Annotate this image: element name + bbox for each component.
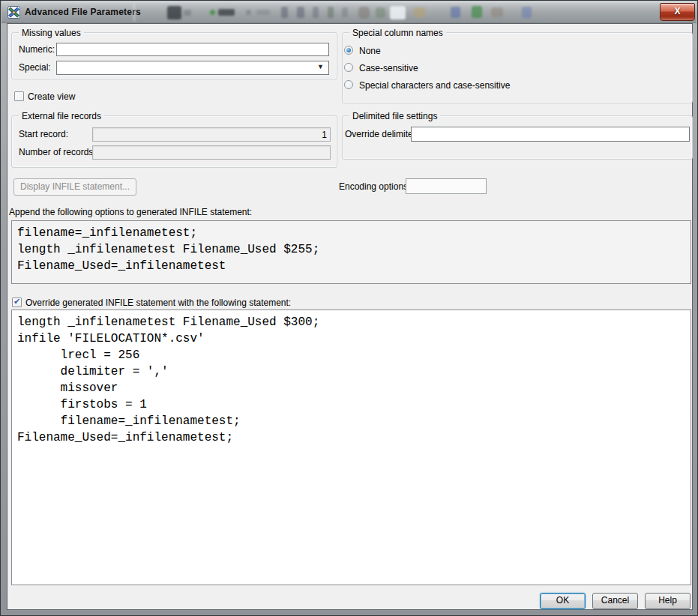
override-statement-code[interactable]: length _infilenametest Filename_Used $30… <box>11 309 691 585</box>
group-external-file-records: External file records <box>11 115 337 168</box>
close-icon: X <box>674 6 680 16</box>
start-record-label: Start record: <box>19 129 68 139</box>
blurred-toolbar-icon <box>376 7 385 18</box>
ok-button-label: OK <box>556 595 569 606</box>
create-view-checkbox[interactable] <box>14 91 24 101</box>
dialog-window: Advanced File Parameters X Missing value… <box>0 0 698 616</box>
radio-case-sensitive-label[interactable]: Case-sensitive <box>359 63 418 73</box>
group-delimited-file-settings-label: Delimited file settings <box>349 111 440 121</box>
chevron-down-icon[interactable]: ▼ <box>317 63 324 70</box>
window-title: Advanced File Parameters <box>25 7 141 17</box>
display-infile-statement-button[interactable]: Display INFILE statement... <box>13 178 136 196</box>
numeric-label: Numeric: <box>19 44 55 55</box>
radio-case-sensitive[interactable] <box>344 63 353 72</box>
append-options-label: Append the following options to generate… <box>9 207 252 217</box>
ok-button[interactable]: OK <box>540 593 586 609</box>
blurred-toolbar-icon <box>184 10 191 16</box>
blurred-toolbar-icon <box>342 7 348 17</box>
override-statement-checkbox[interactable] <box>12 298 22 307</box>
override-delimiter-input[interactable] <box>411 127 690 142</box>
blurred-toolbar-icon <box>246 10 251 15</box>
display-infile-statement-label: Display INFILE statement... <box>20 181 130 192</box>
number-of-records-input[interactable] <box>92 145 331 160</box>
help-button-label: Help <box>658 595 677 606</box>
radio-special-characters[interactable] <box>344 80 353 89</box>
number-of-records-label: Number of records: <box>19 147 96 157</box>
blurred-toolbar-icon <box>414 7 425 17</box>
group-external-file-records-label: External file records <box>19 111 104 121</box>
special-label: Special: <box>19 62 51 73</box>
blurred-toolbar-icon <box>451 7 460 18</box>
blurred-toolbar-icon <box>522 7 532 18</box>
help-button[interactable]: Help <box>645 593 691 609</box>
blurred-toolbar-icon <box>472 6 482 18</box>
blurred-toolbar-icon <box>256 10 270 15</box>
encoding-options-label: Encoding options: <box>339 181 410 192</box>
dialog-content: Missing values Numeric: Special: ▼ Creat… <box>7 23 693 610</box>
radio-special-characters-label[interactable]: Special characters and case-sensitive <box>359 80 510 91</box>
blurred-toolbar-icon <box>328 7 334 18</box>
blurred-toolbar-icon <box>491 7 503 17</box>
blurred-toolbar-icon <box>297 7 304 18</box>
blurred-toolbar-icon <box>358 7 370 19</box>
titlebar[interactable]: Advanced File Parameters X <box>1 1 697 23</box>
cancel-button[interactable]: Cancel <box>592 593 638 609</box>
blurred-toolbar-icon <box>218 9 235 16</box>
override-delimiter-label: Override delimiter: <box>345 129 418 139</box>
override-statement-label: Override generated INFILE statement with… <box>25 298 291 308</box>
blurred-toolbar-icon <box>133 4 135 22</box>
blurred-toolbar-icon <box>313 7 319 18</box>
numeric-input[interactable] <box>56 43 329 56</box>
group-missing-values-label: Missing values <box>19 28 84 38</box>
close-button[interactable]: X <box>660 3 695 21</box>
blurred-toolbar-icon <box>390 6 406 19</box>
blurred-toolbar-icon <box>281 7 288 18</box>
cancel-button-label: Cancel <box>601 595 629 606</box>
blurred-toolbar-icon <box>167 6 181 19</box>
encoding-options-input[interactable] <box>406 178 487 194</box>
create-view-label: Create view <box>28 91 75 102</box>
append-options-code[interactable]: filename=_infilenametest; length _infile… <box>11 220 691 284</box>
radio-none[interactable] <box>344 46 353 55</box>
app-icon <box>7 6 20 19</box>
group-special-column-names-label: Special column names <box>349 28 446 38</box>
blurred-toolbar-icon <box>210 10 215 15</box>
start-record-input[interactable] <box>92 127 331 142</box>
special-combobox[interactable]: ▼ <box>56 61 329 75</box>
radio-none-label[interactable]: None <box>359 46 381 56</box>
